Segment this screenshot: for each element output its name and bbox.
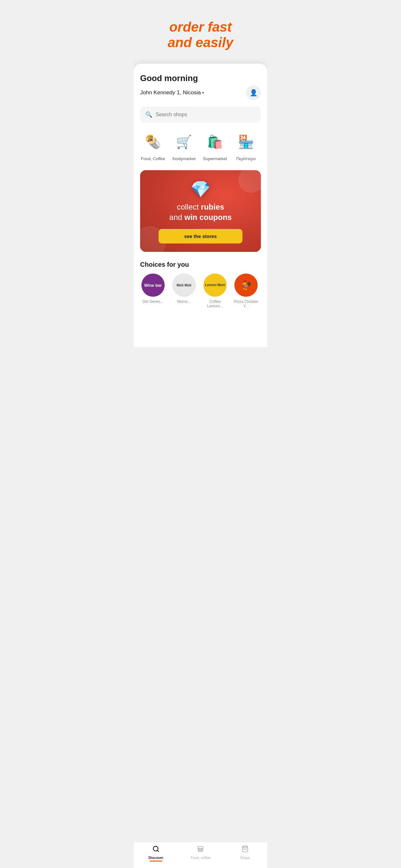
avatar-button[interactable]: 👤	[246, 85, 261, 100]
hero-title: order fast and easily	[143, 20, 258, 51]
search-icon: 🔍	[145, 111, 152, 118]
choices-section: Choices for you Wine bar Del Series... M…	[140, 261, 261, 308]
shop-wine-bar-name: Del Series...	[143, 299, 163, 304]
category-food-coffee-icon: 🌯	[142, 130, 165, 154]
category-supermarket-label: Supermarket	[203, 156, 227, 161]
category-supermarket-icon: 🛍️	[204, 130, 227, 154]
category-periptero-label: Περίπτερο	[236, 156, 256, 161]
shop-wine-bar[interactable]: Wine bar Del Series...	[140, 274, 166, 308]
main-card: Good morning John Kennedy 1, Nicosia ▾ 👤…	[134, 64, 267, 347]
shop-lemoni-moni-logo: Lemoni Moni	[204, 274, 227, 297]
promo-banner: 💎 collect rubies and win coupons see the…	[140, 170, 261, 252]
category-food-coffee-label: Food, Coffee	[141, 156, 165, 161]
shop-pizza-chicken[interactable]: 🐓 Pizza Chicken Y...	[233, 274, 259, 308]
promo-text-line1: collect	[177, 203, 201, 211]
hero-section: order fast and easily	[134, 0, 267, 60]
greeting-text: Good morning	[140, 73, 261, 83]
category-foodymarket[interactable]: 🛒 foodymarket	[171, 130, 197, 161]
chevron-down-icon: ▾	[202, 90, 204, 95]
shop-lemoni-moni[interactable]: Lemoni Moni Coffee Lemoni...	[202, 274, 228, 308]
search-bar[interactable]: 🔍	[140, 106, 261, 123]
user-icon: 👤	[250, 89, 258, 97]
location-label: John Kennedy 1, Nicosia	[140, 89, 201, 96]
shop-lemoni-moni-name: Coffee Lemoni...	[202, 299, 228, 308]
category-foodymarket-label: foodymarket	[173, 156, 196, 161]
promo-see-stores-button[interactable]: see the stores	[158, 229, 243, 244]
promo-text: collect rubies and win coupons	[148, 202, 253, 223]
promo-rubies-text: rubies	[201, 203, 224, 211]
shop-wine-bar-logo: Wine bar	[142, 274, 165, 297]
category-periptero-icon: 🏪	[235, 130, 258, 154]
location-display[interactable]: John Kennedy 1, Nicosia ▾	[140, 89, 204, 96]
shop-pizza-chicken-name: Pizza Chicken Y...	[233, 299, 259, 308]
shop-meli-meli-name: Moms...	[177, 299, 191, 304]
shop-meli-meli-logo: Meli Meli	[173, 274, 196, 297]
shops-row: Wine bar Del Series... Meli Meli Moms...…	[140, 274, 261, 308]
shop-pizza-chicken-logo: 🐓	[235, 274, 258, 297]
promo-coupons-text: win coupons	[184, 213, 232, 221]
promo-text-line2: and	[169, 213, 184, 221]
category-periptero[interactable]: 🏪 Περίπτερο	[233, 130, 259, 161]
category-foodymarket-icon: 🛒	[173, 130, 196, 154]
promo-diamond-icon: 💎	[148, 180, 253, 198]
shop-meli-meli[interactable]: Meli Meli Moms...	[171, 274, 197, 308]
hero-title-line1: order fast	[169, 20, 232, 35]
category-food-coffee[interactable]: 🌯 Food, Coffee	[140, 130, 166, 161]
location-row: John Kennedy 1, Nicosia ▾ 👤	[140, 85, 261, 100]
choices-section-title: Choices for you	[140, 261, 261, 268]
category-supermarket[interactable]: 🛍️ Supermarket	[202, 130, 228, 161]
search-input[interactable]	[156, 112, 256, 118]
categories-row: 🌯 Food, Coffee 🛒 foodymarket 🛍️ Supermar…	[140, 130, 261, 162]
hero-title-line2: and easily	[167, 35, 233, 50]
